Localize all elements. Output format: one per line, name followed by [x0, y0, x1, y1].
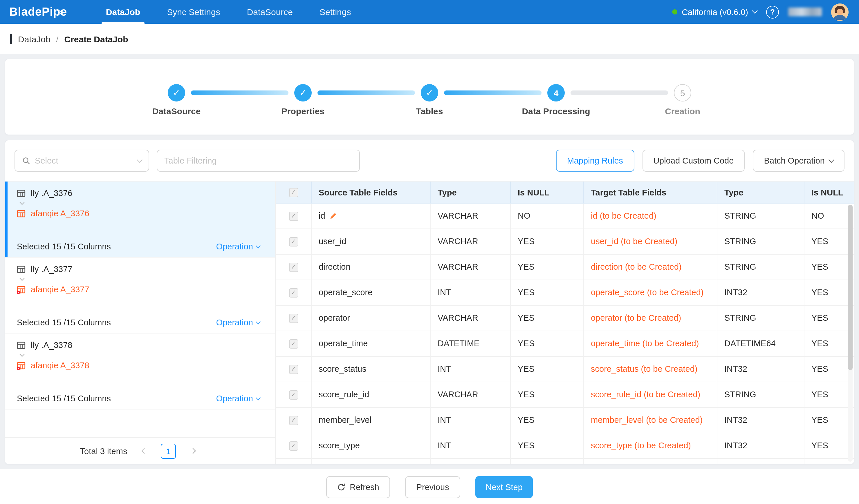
target-table-row: afanqie A_3376 [17, 209, 266, 218]
row-checkbox[interactable]: ✓ [289, 314, 298, 323]
batch-operation-label: Batch Operation [764, 156, 825, 165]
checkbox-cell: ✓ [276, 357, 312, 382]
target-field-cell: operator (to be Created) [584, 306, 718, 331]
table-list-item[interactable]: lly .A_3376 afanqie A_3376 Selected 15 /… [5, 182, 275, 257]
scrollbar-thumb[interactable] [848, 205, 853, 370]
table-select-dropdown[interactable]: Select [15, 149, 149, 172]
source-field-cell: score_rule_id [312, 382, 431, 407]
source-field-cell: user_id [312, 229, 431, 254]
refresh-button[interactable]: Refresh [326, 476, 390, 498]
pagination-page-1[interactable]: 1 [161, 443, 176, 458]
nav-item-sync-settings[interactable]: Sync Settings [153, 0, 233, 24]
row-checkbox[interactable]: ✓ [289, 339, 298, 348]
chevron-down-icon [752, 8, 758, 14]
target-field-name: score_rule_id (to be Created) [591, 390, 700, 400]
table-row: ✓ id VARCHAR NO id (to be Created) STRIN… [276, 204, 854, 229]
step-datasource: ✓DataSource [168, 84, 185, 101]
table-row: ✓ score_status INT YES score_status (to … [276, 357, 854, 382]
row-checkbox[interactable]: ✓ [289, 237, 298, 246]
region-selector[interactable]: California (v0.6.0) [672, 7, 757, 17]
mapping-rules-button[interactable]: Mapping Rules [556, 149, 634, 172]
target-type-cell: STRING [718, 306, 804, 331]
upload-custom-code-button[interactable]: Upload Custom Code [642, 149, 745, 172]
pagination-next-button[interactable] [185, 443, 200, 458]
target-field-cell: member_level (to be Created) [584, 408, 718, 433]
row-checkbox[interactable]: ✓ [289, 390, 298, 399]
table-list-item[interactable]: lly .A_3377 afanqie A_3377 Selected 15 /… [5, 257, 275, 333]
source-field-name: score_status [319, 364, 366, 374]
target-field-name: score_status (to be Created) [591, 364, 698, 374]
step-connector [444, 91, 542, 95]
chevron-down-icon [256, 319, 261, 325]
target-isnull-cell: YES [804, 331, 854, 356]
expand-chevron-down-icon[interactable] [20, 201, 266, 205]
target-isnull-cell: YES [804, 408, 854, 433]
avatar[interactable] [831, 3, 848, 20]
source-isnull-cell: YES [511, 280, 584, 305]
breadcrumb-parent[interactable]: DataJob [18, 34, 50, 44]
table-icon [17, 189, 26, 198]
brand-logo[interactable]: BladePipe [9, 5, 75, 18]
checkbox-cell: ✓ [276, 306, 312, 331]
expand-chevron-down-icon[interactable] [20, 277, 266, 281]
source-field-name: direction [319, 262, 350, 272]
nav-item-datajob[interactable]: DataJob [93, 0, 153, 24]
nav-item-settings[interactable]: Settings [306, 0, 364, 24]
row-checkbox[interactable]: ✓ [289, 211, 298, 221]
target-field-name: id (to be Created) [591, 211, 657, 221]
header-source-type: Type [431, 182, 511, 203]
app-root: BladePipe DataJobSync SettingsDataSource… [0, 0, 859, 504]
search-icon [22, 157, 30, 165]
row-checkbox[interactable]: ✓ [289, 288, 298, 297]
checkbox-cell: ✓ [276, 331, 312, 356]
table-filter-input[interactable] [157, 149, 360, 172]
target-isnull-cell: NO [804, 204, 854, 229]
previous-button[interactable]: Previous [405, 476, 460, 498]
nav-item-datasource[interactable]: DataSource [233, 0, 306, 24]
source-field-name: operate_time [319, 338, 368, 349]
source-type-cell: INT [431, 280, 511, 305]
expand-chevron-down-icon[interactable] [20, 352, 266, 357]
source-field-cell: operate_time [312, 331, 431, 356]
operation-link[interactable]: Operation [216, 318, 260, 327]
source-type-cell: VARCHAR [431, 382, 511, 407]
operation-link[interactable]: Operation [216, 394, 260, 403]
step-check-icon: ✓ [168, 84, 185, 101]
source-isnull-cell: YES [511, 229, 584, 254]
target-field-cell: operate_score (to be Created) [584, 280, 718, 305]
stepper: ✓DataSource✓Properties✓Tables4Data Proce… [168, 84, 691, 124]
row-checkbox[interactable]: ✓ [289, 415, 298, 425]
upload-custom-code-label: Upload Custom Code [653, 156, 734, 165]
step-check-icon: ✓ [421, 84, 438, 101]
next-step-button[interactable]: Next Step [476, 476, 533, 498]
help-icon[interactable]: ? [766, 5, 779, 18]
mapping-rules-label: Mapping Rules [567, 156, 623, 165]
field-table-body: ✓ id VARCHAR NO id (to be Created) STRIN… [276, 204, 854, 464]
target-isnull-cell: YES [804, 255, 854, 280]
target-field-name: score_type (to be Created) [591, 441, 691, 451]
pagination-prev-button[interactable] [136, 443, 151, 458]
table-list-item[interactable]: lly .A_3378 afanqie A_3378 Selected 15 /… [5, 333, 275, 409]
source-isnull-cell: YES [511, 357, 584, 382]
row-checkbox[interactable]: ✓ [289, 263, 298, 272]
target-field-cell: user_id (to be Created) [584, 229, 718, 254]
source-table-name: lly .A_3378 [31, 341, 73, 350]
row-checkbox[interactable]: ✓ [289, 364, 298, 374]
target-table-row: afanqie A_3378 [17, 361, 266, 370]
table-row: ✓ operator VARCHAR YES operator (to be C… [276, 306, 854, 331]
field-table-header: ✓ Source Table Fields Type Is NULL Targe… [276, 182, 854, 204]
operation-link[interactable]: Operation [216, 242, 260, 251]
select-all-checkbox[interactable]: ✓ [289, 188, 298, 197]
target-type-cell: STRING [718, 255, 804, 280]
select-placeholder: Select [35, 156, 58, 165]
source-type-cell: VARCHAR [431, 306, 511, 331]
list-item-footer: Selected 15 /15 Columns Operation [17, 242, 266, 251]
batch-operation-button[interactable]: Batch Operation [753, 149, 844, 172]
step-label: Creation [665, 106, 700, 116]
source-table-row: lly .A_3378 [17, 341, 266, 350]
scrollbar-track[interactable] [848, 205, 853, 462]
edit-icon[interactable] [329, 212, 337, 220]
row-checkbox[interactable]: ✓ [289, 441, 298, 450]
checkbox-cell: ✓ [276, 204, 312, 229]
target-table-name: afanqie A_3377 [31, 285, 89, 294]
